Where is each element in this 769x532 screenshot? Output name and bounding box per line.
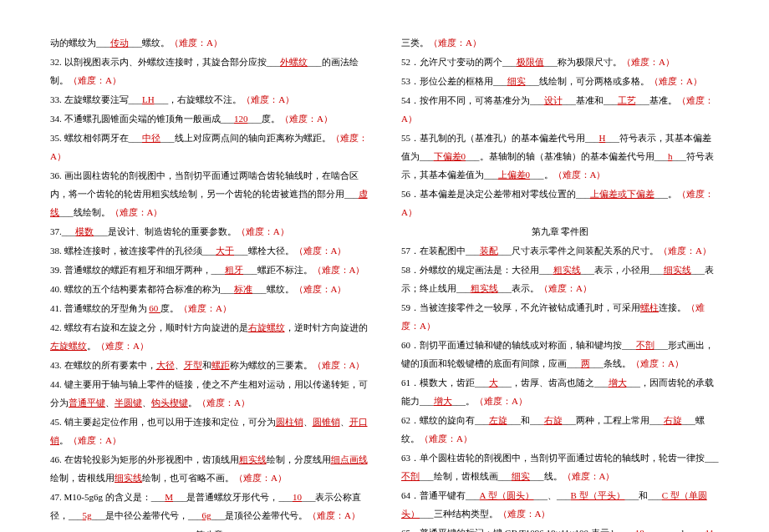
item-37: 37.___模数___是设计、制造齿轮的重要参数。（难度：A） <box>50 222 368 241</box>
item-54: 54．按作用不同，可将基准分为___设计___基准和___工艺___基准。（难度… <box>401 91 719 128</box>
item-60: 60．剖切平面通过轴和键的轴线或对称面，轴和键均按___不剖___形式画出，键的… <box>401 336 719 372</box>
item-56: 56．基本偏差是决定公差带相对零线位置的___上偏差或下偏差___。（难度：A） <box>401 185 719 221</box>
item-39: 39. 普通螺纹的螺距有粗牙和细牙两种，___粗牙___螺距不标注。（难度：A） <box>50 261 368 279</box>
item-61: 61．模数大，齿距___大___，齿厚、齿高也随之___增大___，因而齿轮的承… <box>401 373 719 410</box>
item-40: 40. 螺纹的五个结构要素都符合标准的称为___标准___螺纹。（难度：A） <box>50 280 368 298</box>
item-53: 53．形位公差的框格用___细实___线绘制，可分两格或多格。（难度：A） <box>401 72 719 90</box>
item-38: 38. 螺栓连接时，被连接零件的孔径须___大于___螺栓大径。（难度：A） <box>50 241 368 260</box>
page-container: 动的螺纹为___传动___螺纹。（难度：A） 32. 以剖视图表示内、外螺纹连接… <box>50 33 719 532</box>
item-57: 57．在装配图中___装配___尺寸表示零件之间装配关系的尺寸。（难度：A） <box>401 241 719 260</box>
item-36: 36. 画出圆柱齿轮的剖视图中，当剖切平面通过两啮合齿轮轴线时，在啮合区内，将一… <box>50 166 368 221</box>
left-column: 动的螺纹为___传动___螺纹。（难度：A） 32. 以剖视图表示内、外螺纹连接… <box>50 33 368 532</box>
item-43: 43. 在螺纹的所有要素中，大径、牙型和螺距称为螺纹的三要素。（难度：A） <box>50 356 368 374</box>
item-51-continued: 三类。（难度：A） <box>401 33 719 52</box>
item-44: 44. 键主要用于轴与轴上零件的链接，使之不产生相对运动，用以传递转矩，可分为普… <box>50 375 368 412</box>
item-35: 35. 螺纹相邻两牙在___中径___线上对应两点间的轴向距离称为螺距。（难度：… <box>50 129 368 165</box>
item-63: 63．单个圆柱齿轮的剖视图中，当剖切平面通过齿轮的轴线时，轮齿一律按___不剖_… <box>401 448 719 485</box>
item-42: 42. 螺纹有右旋和左旋之分，顺时针方向旋进的是右旋螺纹，逆时针方向旋进的左旋螺… <box>50 318 368 355</box>
right-column: 三类。（难度：A） 52．允许尺寸变动的两个___极限值___称为极限尺寸。（难… <box>401 33 719 532</box>
item-31: 动的螺纹为___传动___螺纹。（难度：A） <box>50 33 368 52</box>
item-34: 34. 不通螺孔圆锥面尖端的锥顶角一般画成___120___度。（难度：A） <box>50 109 368 128</box>
item-41: 41. 普通螺纹的牙型角为 60 度。（难度：A） <box>50 299 368 317</box>
item-46: 46. 在齿轮投影为矩形的外形视图中，齿顶线用粗实线绘制，分度线用细点画线绘制，… <box>50 450 368 487</box>
item-55: 55．基孔制的孔（基准孔）的基本偏差代号用___H___符号表示，其基本偏差值为… <box>401 129 719 184</box>
item-59: 59．当被连接零件之一较厚，不允许被钻成通孔时，可采用螺柱连接。（难度：A） <box>401 298 719 335</box>
item-65: 65．普通平键的标记：键 GB/T1096 18×11×100 表示 b=___… <box>401 524 719 532</box>
item-45: 45. 销主要起定位作用，也可以用于连接和定位，可分为圆柱销、圆锥销、开口销。（… <box>50 413 368 449</box>
item-47: 47. M10-5g6g 的含义是：___M___是普通螺纹牙形代号，___10… <box>50 488 368 524</box>
item-64: 64．普通平键有___A 型（圆头）___、___B 型（平头）___和___C… <box>401 486 719 523</box>
item-33: 33. 左旋螺纹要注写___LH___，右旋螺纹不注。（难度：A） <box>50 90 368 109</box>
item-52: 52．允许尺寸变动的两个___极限值___称为极限尺寸。（难度：A） <box>401 53 719 71</box>
section-8-title: 第八章 <box>50 525 368 532</box>
item-32: 32. 以剖视图表示内、外螺纹连接时，其旋合部分应按___外螺纹___的画法绘制… <box>50 53 368 89</box>
section-9-title: 第九章 零件图 <box>401 222 719 241</box>
item-62: 62．螺纹的旋向有___左旋___和___右旋___两种，工程上常用___右旋_… <box>401 411 719 448</box>
item-58: 58．外螺纹的规定画法是：大径用___粗实线___表示，小径用___细实线___… <box>401 261 719 297</box>
